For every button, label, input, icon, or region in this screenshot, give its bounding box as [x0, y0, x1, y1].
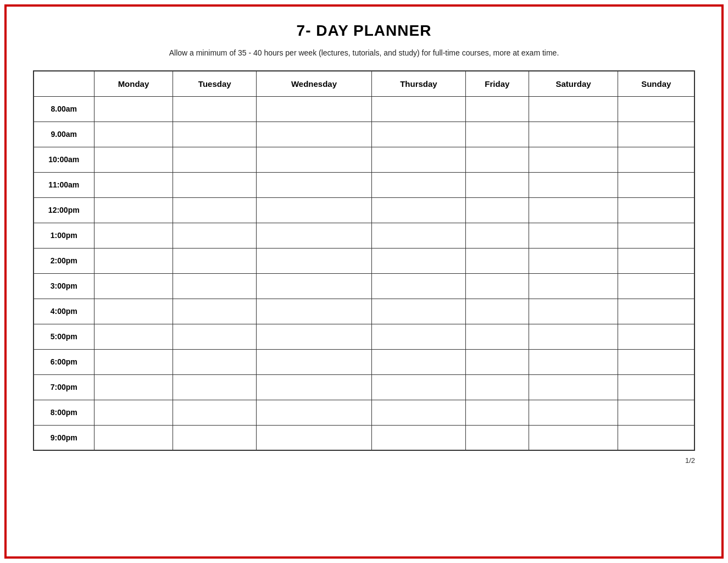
day-cell[interactable]: [94, 248, 173, 273]
day-cell[interactable]: [371, 197, 465, 223]
day-cell[interactable]: [173, 324, 257, 349]
day-cell[interactable]: [618, 172, 694, 197]
day-cell[interactable]: [257, 147, 372, 172]
day-cell[interactable]: [257, 248, 372, 273]
day-cell[interactable]: [371, 223, 465, 248]
day-cell[interactable]: [94, 197, 173, 223]
day-cell[interactable]: [465, 299, 529, 324]
day-cell[interactable]: [529, 248, 618, 273]
day-cell[interactable]: [257, 223, 372, 248]
day-cell[interactable]: [94, 223, 173, 248]
day-cell[interactable]: [173, 400, 257, 425]
day-cell[interactable]: [618, 122, 694, 147]
day-cell[interactable]: [371, 324, 465, 349]
day-cell[interactable]: [371, 147, 465, 172]
day-cell[interactable]: [371, 172, 465, 197]
day-cell[interactable]: [371, 374, 465, 400]
day-cell[interactable]: [618, 324, 694, 349]
day-cell[interactable]: [173, 349, 257, 374]
day-cell[interactable]: [618, 197, 694, 223]
day-cell[interactable]: [94, 425, 173, 450]
day-cell[interactable]: [257, 273, 372, 299]
day-cell[interactable]: [257, 96, 372, 122]
day-cell[interactable]: [173, 122, 257, 147]
day-cell[interactable]: [529, 96, 618, 122]
day-cell[interactable]: [173, 223, 257, 248]
day-cell[interactable]: [618, 299, 694, 324]
day-cell[interactable]: [371, 425, 465, 450]
day-cell[interactable]: [618, 349, 694, 374]
day-cell[interactable]: [94, 324, 173, 349]
day-cell[interactable]: [173, 96, 257, 122]
day-cell[interactable]: [173, 273, 257, 299]
day-cell[interactable]: [529, 147, 618, 172]
day-cell[interactable]: [529, 400, 618, 425]
day-cell[interactable]: [94, 96, 173, 122]
day-cell[interactable]: [465, 122, 529, 147]
day-cell[interactable]: [618, 147, 694, 172]
day-cell[interactable]: [529, 324, 618, 349]
day-cell[interactable]: [371, 349, 465, 374]
day-cell[interactable]: [529, 349, 618, 374]
day-cell[interactable]: [529, 197, 618, 223]
day-cell[interactable]: [94, 349, 173, 374]
day-cell[interactable]: [173, 147, 257, 172]
day-cell[interactable]: [371, 299, 465, 324]
day-cell[interactable]: [465, 349, 529, 374]
day-cell[interactable]: [465, 96, 529, 122]
day-cell[interactable]: [618, 96, 694, 122]
day-cell[interactable]: [529, 172, 618, 197]
day-cell[interactable]: [94, 172, 173, 197]
day-cell[interactable]: [371, 122, 465, 147]
day-cell[interactable]: [173, 374, 257, 400]
day-cell[interactable]: [529, 223, 618, 248]
day-cell[interactable]: [94, 400, 173, 425]
day-cell[interactable]: [465, 273, 529, 299]
day-cell[interactable]: [173, 425, 257, 450]
day-header-friday: Friday: [465, 71, 529, 96]
day-cell[interactable]: [529, 299, 618, 324]
day-cell[interactable]: [529, 273, 618, 299]
day-cell[interactable]: [257, 324, 372, 349]
day-cell[interactable]: [257, 197, 372, 223]
day-cell[interactable]: [371, 248, 465, 273]
day-cell[interactable]: [173, 248, 257, 273]
day-cell[interactable]: [465, 324, 529, 349]
day-cell[interactable]: [257, 172, 372, 197]
day-cell[interactable]: [94, 122, 173, 147]
day-cell[interactable]: [257, 349, 372, 374]
day-cell[interactable]: [173, 299, 257, 324]
day-cell[interactable]: [618, 248, 694, 273]
day-cell[interactable]: [94, 147, 173, 172]
day-cell[interactable]: [465, 248, 529, 273]
day-cell[interactable]: [529, 425, 618, 450]
day-cell[interactable]: [465, 400, 529, 425]
day-cell[interactable]: [257, 374, 372, 400]
day-cell[interactable]: [371, 400, 465, 425]
day-cell[interactable]: [618, 223, 694, 248]
day-cell[interactable]: [465, 197, 529, 223]
day-cell[interactable]: [257, 425, 372, 450]
day-cell[interactable]: [173, 172, 257, 197]
day-cell[interactable]: [465, 147, 529, 172]
day-cell[interactable]: [257, 299, 372, 324]
time-cell-7-00pm: 7:00pm: [34, 374, 94, 400]
day-cell[interactable]: [465, 374, 529, 400]
day-cell[interactable]: [257, 122, 372, 147]
day-cell[interactable]: [618, 374, 694, 400]
day-cell[interactable]: [94, 299, 173, 324]
day-cell[interactable]: [257, 400, 372, 425]
day-cell[interactable]: [94, 273, 173, 299]
day-cell[interactable]: [465, 223, 529, 248]
day-cell[interactable]: [465, 425, 529, 450]
day-cell[interactable]: [529, 122, 618, 147]
day-cell[interactable]: [173, 197, 257, 223]
day-cell[interactable]: [371, 273, 465, 299]
day-cell[interactable]: [618, 425, 694, 450]
day-cell[interactable]: [371, 96, 465, 122]
day-cell[interactable]: [529, 374, 618, 400]
day-cell[interactable]: [618, 273, 694, 299]
day-cell[interactable]: [465, 172, 529, 197]
day-cell[interactable]: [618, 400, 694, 425]
day-cell[interactable]: [94, 374, 173, 400]
